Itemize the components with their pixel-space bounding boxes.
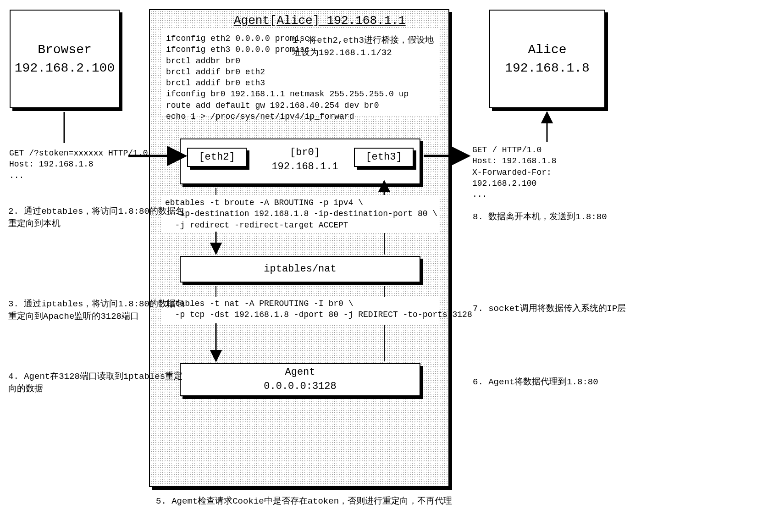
arrows-layer xyxy=(0,0,779,532)
